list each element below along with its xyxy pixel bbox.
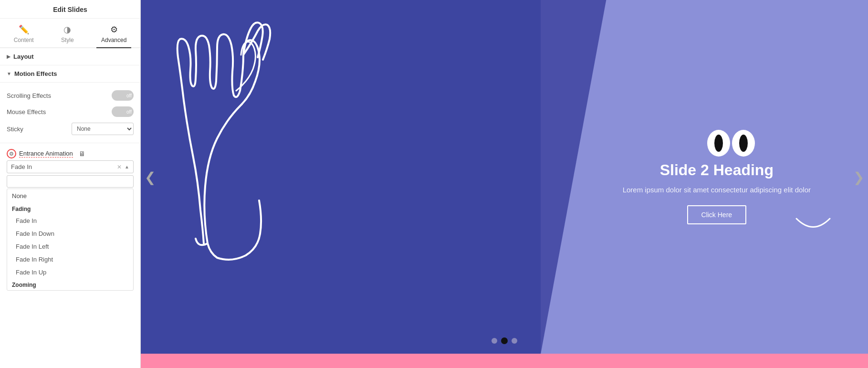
- animation-dropdown-list[interactable]: None Fading Fade In Fade In Down Fade In…: [7, 189, 134, 291]
- slide-cta-button[interactable]: Click Here: [687, 205, 747, 224]
- entrance-row: ⚙ Entrance Animation 🖥: [7, 146, 134, 160]
- dot-3[interactable]: [512, 338, 517, 344]
- mouse-effects-toggle[interactable]: off: [112, 106, 134, 117]
- mouse-off-label: off: [126, 109, 132, 115]
- slide-subtext: Lorem ipsum dolor sit amet consectetur a…: [623, 186, 811, 194]
- dropdown-group-zooming: Zooming: [7, 279, 133, 290]
- slider-area: Slide 2 Heading Lorem ipsum dolor sit am…: [141, 0, 868, 354]
- entrance-animation-label: Entrance Animation: [19, 150, 73, 158]
- dropdown-item-fade-in-up[interactable]: Fade In Up: [7, 266, 133, 279]
- mouse-effects-label: Mouse Effects: [7, 108, 46, 116]
- dropdown-item-fade-in-down[interactable]: Fade In Down: [7, 227, 133, 240]
- layout-arrow: ▶: [7, 54, 10, 59]
- scrolling-effects-label: Scrolling Effects: [7, 92, 51, 99]
- tab-advanced[interactable]: ⚙ Advanced: [96, 22, 131, 48]
- motion-effects-label: Motion Effects: [14, 70, 57, 77]
- clear-button[interactable]: ✕: [117, 164, 122, 170]
- dropdown-item-none[interactable]: None: [7, 189, 133, 203]
- motion-effects-header[interactable]: ▼ Motion Effects: [0, 65, 140, 83]
- tabs-row: ✏️ Content ◑ Style ⚙ Advanced: [0, 19, 140, 48]
- motion-effects-body: Scrolling Effects off Mouse Effects off …: [0, 83, 140, 143]
- tab-advanced-label: Advanced: [101, 37, 126, 43]
- dropdown-item-fade-in-right[interactable]: Fade In Right: [7, 253, 133, 266]
- selected-value: Fade In: [11, 163, 32, 170]
- dropdown-group-fading: Fading: [7, 203, 133, 214]
- sticky-select[interactable]: None: [72, 123, 134, 135]
- slide-dots: [492, 337, 517, 344]
- scrolling-effects-toggle[interactable]: off: [112, 90, 134, 101]
- mouse-effects-row: Mouse Effects off: [7, 104, 134, 120]
- sticky-label: Sticky: [7, 126, 23, 133]
- layout-section-header[interactable]: ▶ Layout: [0, 48, 140, 65]
- eye-white-right: [732, 130, 755, 157]
- pupil-left: [714, 135, 723, 152]
- hand-drawing: [169, 14, 303, 263]
- dot-2[interactable]: [501, 337, 508, 344]
- tab-style[interactable]: ◑ Style: [56, 22, 79, 47]
- prev-arrow[interactable]: ❮: [145, 169, 156, 185]
- scrolling-off-label: off: [126, 93, 132, 98]
- dropdown-item-fade-in[interactable]: Fade In: [7, 214, 133, 227]
- style-icon: ◑: [63, 24, 71, 35]
- scrolling-effects-row: Scrolling Effects off: [7, 87, 134, 104]
- face-eyes: [623, 130, 839, 157]
- monitor-icon: 🖥: [79, 150, 85, 158]
- pupil-right: [739, 135, 748, 152]
- slide-left-panel: [141, 0, 541, 354]
- dropdown-item-fade-in-left[interactable]: Fade In Left: [7, 240, 133, 253]
- motion-arrow: ▼: [7, 71, 11, 76]
- gear-icon: ⚙: [110, 25, 118, 34]
- sticky-row: Sticky None: [7, 120, 134, 138]
- dot-1[interactable]: [492, 338, 497, 344]
- left-panel: Edit Slides ✏️ Content ◑ Style ⚙ Advance…: [0, 0, 141, 368]
- dropdown-selected[interactable]: Fade In ✕ ▲: [7, 160, 134, 173]
- slide-heading: Slide 2 Heading: [623, 161, 811, 179]
- tab-style-label: Style: [61, 37, 74, 43]
- slide-text-area: Slide 2 Heading Lorem ipsum dolor sit am…: [623, 130, 811, 224]
- layout-label: Layout: [13, 53, 34, 60]
- dropdown-arrow-up: ▲: [125, 164, 129, 169]
- tab-content-label: Content: [14, 37, 34, 43]
- animation-search-input[interactable]: [7, 175, 134, 188]
- tab-content[interactable]: ✏️ Content: [9, 22, 39, 47]
- entrance-animation-circle: ⚙: [7, 149, 16, 158]
- smile-svg: [792, 214, 835, 238]
- content-icon: ✏️: [19, 24, 29, 35]
- entrance-section: ⚙ Entrance Animation 🖥 Fade In ✕ ▲ None …: [0, 143, 140, 291]
- next-arrow[interactable]: ❯: [853, 169, 864, 185]
- panel-title: Edit Slides: [0, 0, 140, 19]
- eye-white-left: [707, 130, 730, 157]
- main-content: Slide 2 Heading Lorem ipsum dolor sit am…: [141, 0, 868, 368]
- bottom-strip: [141, 354, 868, 368]
